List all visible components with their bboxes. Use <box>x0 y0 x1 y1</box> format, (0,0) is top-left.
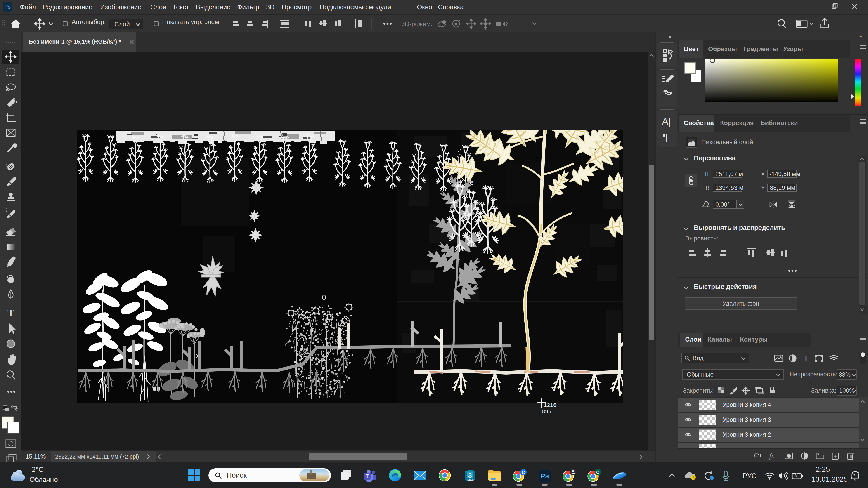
svg-text:1216: 1216 <box>544 402 556 409</box>
svg-text:MAX: MAX <box>467 478 474 482</box>
svg-text:fx: fx <box>769 452 774 460</box>
svg-text:T: T <box>366 473 369 479</box>
svg-text:A|: A| <box>662 116 671 127</box>
svg-text:T: T <box>7 307 14 319</box>
svg-text:C: C <box>596 470 599 475</box>
svg-text:895: 895 <box>542 409 551 415</box>
svg-text:3D-режим:: 3D-режим: <box>401 20 432 27</box>
svg-text:T: T <box>804 354 808 363</box>
svg-text:z: z <box>857 470 859 474</box>
svg-text:!: ! <box>692 475 694 480</box>
svg-text:C: C <box>522 470 525 475</box>
svg-text:z: z <box>853 473 855 477</box>
svg-text:¶: ¶ <box>662 132 668 143</box>
svg-text:3: 3 <box>468 472 472 479</box>
